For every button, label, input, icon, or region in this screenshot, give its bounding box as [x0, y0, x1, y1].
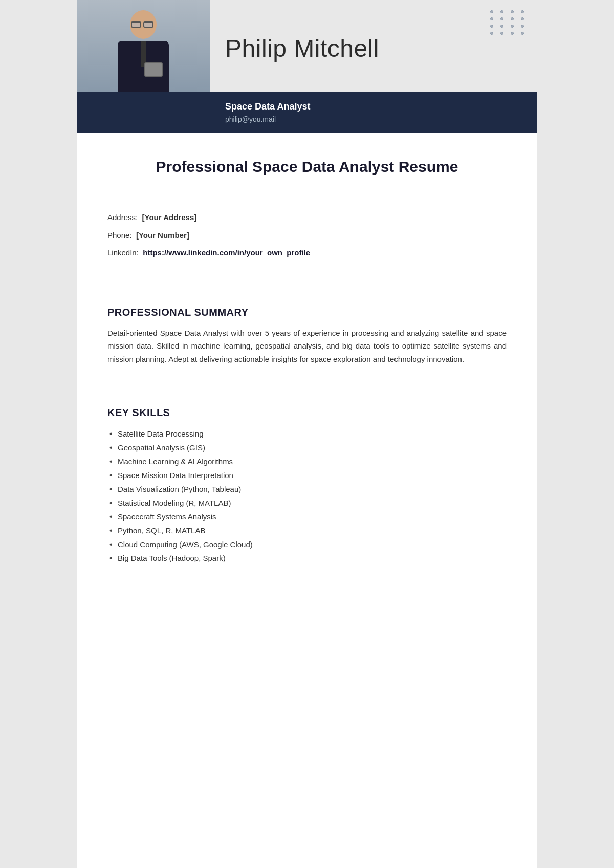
dot-2 [500, 10, 503, 13]
address-line: Address: [Your Address] [107, 212, 507, 224]
summary-text: Detail-oriented Space Data Analyst with … [107, 327, 507, 366]
dot-15 [511, 32, 514, 35]
job-title: Space Data Analyst [225, 101, 522, 112]
person-name: Philip Mitchell [225, 34, 522, 63]
dot-grid-decoration [490, 10, 527, 35]
skills-section: KEY SKILLS Satellite Data ProcessingGeos… [107, 397, 507, 575]
dot-8 [521, 17, 524, 20]
resume-title: Professional Space Data Analyst Resume [107, 153, 507, 176]
skills-heading: KEY SKILLS [107, 407, 507, 419]
dot-3 [511, 10, 514, 13]
skill-item-7: Python, SQL, R, MATLAB [107, 524, 507, 537]
profile-photo [77, 0, 210, 92]
dot-13 [490, 32, 493, 35]
person-tablet [144, 62, 163, 77]
skills-list: Satellite Data ProcessingGeospatial Anal… [107, 427, 507, 565]
address-label: Address: [107, 213, 138, 222]
person-glasses [131, 21, 156, 28]
divider-3 [107, 386, 507, 386]
person-head [130, 10, 157, 39]
header-bottom: Space Data Analyst philip@you.mail [77, 92, 537, 133]
contact-section: Address: [Your Address] Phone: [Your Num… [107, 202, 507, 275]
skill-item-3: Space Mission Data Interpretation [107, 468, 507, 482]
dot-14 [500, 32, 503, 35]
glass-right [143, 21, 154, 28]
resume-page: Philip Mitchell [77, 0, 537, 868]
dot-10 [500, 25, 503, 28]
phone-label: Phone: [107, 231, 132, 240]
skill-item-6: Spacecraft Systems Analysis [107, 510, 507, 524]
dot-4 [521, 10, 524, 13]
skill-item-9: Big Data Tools (Hadoop, Spark) [107, 551, 507, 565]
skill-item-8: Cloud Computing (AWS, Google Cloud) [107, 537, 507, 551]
dot-7 [511, 17, 514, 20]
glass-left [131, 21, 141, 28]
dot-9 [490, 25, 493, 28]
linkedin-line: LinkedIn: https://www.linkedin.com/in/yo… [107, 247, 507, 259]
linkedin-label: LinkedIn: [107, 248, 139, 257]
phone-line: Phone: [Your Number] [107, 230, 507, 242]
phone-value: [Your Number] [136, 231, 189, 240]
header-top: Philip Mitchell [77, 0, 537, 92]
dot-12 [521, 25, 524, 28]
dot-16 [521, 32, 524, 35]
skill-item-5: Statistical Modeling (R, MATLAB) [107, 496, 507, 510]
header-name-area: Philip Mitchell [210, 0, 537, 92]
person-body [118, 41, 169, 92]
dot-6 [500, 17, 503, 20]
summary-section: PROFESSIONAL SUMMARY Detail-oriented Spa… [107, 296, 507, 376]
dot-1 [490, 10, 493, 13]
main-content: Professional Space Data Analyst Resume A… [77, 133, 537, 596]
divider-1 [107, 191, 507, 191]
skill-item-0: Satellite Data Processing [107, 427, 507, 441]
linkedin-link[interactable]: https://www.linkedin.com/in/your_own_pro… [143, 248, 310, 257]
resume-header: Philip Mitchell [77, 0, 537, 133]
summary-heading: PROFESSIONAL SUMMARY [107, 307, 507, 318]
skill-item-4: Data Visualization (Python, Tableau) [107, 482, 507, 496]
address-value: [Your Address] [142, 213, 197, 222]
skill-item-2: Machine Learning & AI Algorithms [107, 454, 507, 468]
dot-11 [511, 25, 514, 28]
dot-5 [490, 17, 493, 20]
skill-item-1: Geospatial Analysis (GIS) [107, 441, 507, 454]
divider-2 [107, 286, 507, 286]
email: philip@you.mail [225, 115, 522, 123]
